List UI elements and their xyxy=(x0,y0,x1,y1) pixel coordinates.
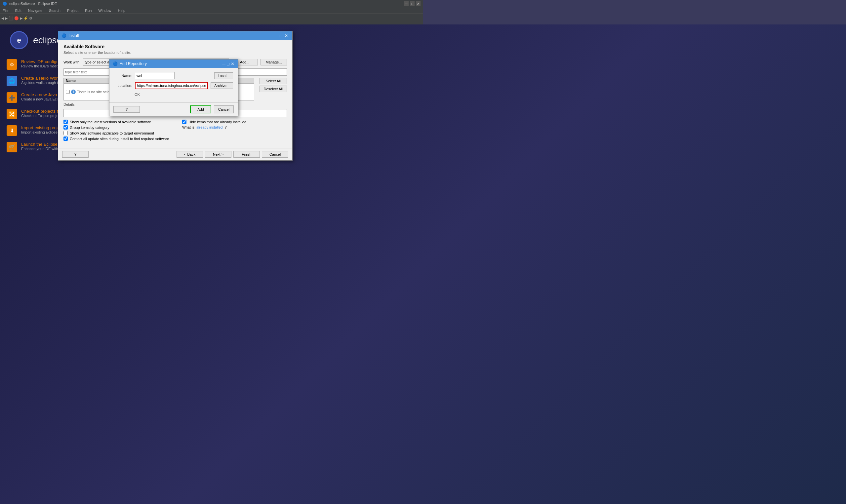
option-applicable-label: Show only software applicable to target … xyxy=(70,131,154,135)
menu-help[interactable]: Help xyxy=(117,8,127,13)
work-with-label: Work with: xyxy=(64,60,80,64)
menu-project[interactable]: Project xyxy=(66,8,80,13)
info-icon: i xyxy=(71,90,76,94)
add-repo-bottom: ? Add Cancel xyxy=(109,103,238,116)
install-dialog-controls[interactable]: ─ □ ✕ xyxy=(272,33,289,38)
add-repository-dialog: 🔵 Add Repository ─ □ ✕ Name: Local... Lo… xyxy=(109,59,238,116)
add-repo-maximize[interactable]: □ xyxy=(227,61,230,67)
already-installed-row: What is already installed ? xyxy=(182,125,246,129)
menu-file[interactable]: File xyxy=(1,8,10,13)
location-label: Location: xyxy=(114,84,132,88)
install-dialog-title-bar: 🔵 Install ─ □ ✕ xyxy=(58,31,292,40)
dialog-overlay: 🔵 Install ─ □ ✕ Available Software Selec… xyxy=(0,24,423,252)
option-hide-installed-label: Hide items that are already installed xyxy=(188,120,246,124)
add-repo-cancel-button[interactable]: Cancel xyxy=(214,105,234,113)
add-repo-title-label: Add Repository xyxy=(120,61,147,66)
menu-edit[interactable]: Edit xyxy=(14,8,23,13)
help-button[interactable]: ? xyxy=(62,151,89,158)
available-software-subtitle: Select a site or enter the location of a… xyxy=(64,51,287,55)
add-repo-minimize[interactable]: ─ xyxy=(222,61,225,67)
location-input[interactable] xyxy=(135,82,208,89)
what-is-label: What is xyxy=(182,125,194,129)
option-group: Group items by category xyxy=(64,125,169,129)
name-label: Name: xyxy=(114,74,132,78)
add-repo-help-button[interactable]: ? xyxy=(113,106,140,113)
cancel-button[interactable]: Cancel xyxy=(262,151,288,158)
add-repo-action-buttons: Add Cancel xyxy=(190,105,234,113)
menu-run[interactable]: Run xyxy=(84,8,93,13)
next-button[interactable]: Next > xyxy=(205,151,231,158)
install-minimize-button[interactable]: ─ xyxy=(272,33,277,38)
back-button[interactable]: < Back xyxy=(177,151,203,158)
close-button[interactable]: ✕ xyxy=(416,1,420,6)
option-latest-checkbox[interactable] xyxy=(64,120,68,124)
install-maximize-button[interactable]: □ xyxy=(278,33,282,38)
select-all-button[interactable]: Select All xyxy=(259,78,287,84)
install-dialog-header: Available Software Select a site or ente… xyxy=(64,44,287,55)
toolbar: ◀ ▶ ⬛ 🔴 ▶ ⚡ ⚙ xyxy=(0,14,423,23)
add-repo-content: Name: Local... Location: Archive... OK xyxy=(109,68,238,103)
add-repo-controls[interactable]: ─ □ ✕ xyxy=(222,61,234,67)
app-icon: 🔵 xyxy=(3,2,7,6)
tree-checkbox[interactable] xyxy=(66,90,70,94)
option-contact: Contact all update sites during install … xyxy=(64,137,169,141)
right-buttons: Select All Deselect All xyxy=(259,78,287,101)
menu-bar: File Edit Navigate Search Project Run Wi… xyxy=(0,7,423,14)
menu-navigate[interactable]: Navigate xyxy=(27,8,43,13)
option-contact-checkbox[interactable] xyxy=(64,137,68,141)
name-field-row: Name: Local... xyxy=(114,72,233,79)
option-latest-label: Show only the latest versions of availab… xyxy=(70,120,151,124)
option-group-label: Group items by category xyxy=(70,126,109,129)
install-close-button[interactable]: ✕ xyxy=(284,33,289,38)
window-controls[interactable]: ─ □ ✕ xyxy=(404,1,420,6)
finish-button[interactable]: Finish xyxy=(233,151,260,158)
install-dialog-icon: 🔵 xyxy=(61,33,67,38)
deselect-all-button[interactable]: Deselect All xyxy=(259,86,287,92)
options-area: Show only the latest versions of availab… xyxy=(64,120,287,142)
add-repo-title-bar: 🔵 Add Repository ─ □ ✕ xyxy=(109,59,238,68)
option-hide-installed: Hide items that are already installed xyxy=(182,120,246,124)
minimize-button[interactable]: ─ xyxy=(404,1,409,6)
menu-window[interactable]: Window xyxy=(97,8,112,13)
already-installed-link[interactable]: already installed xyxy=(196,125,223,129)
maximize-button[interactable]: □ xyxy=(410,1,415,6)
ok-row: OK xyxy=(114,92,233,98)
option-latest: Show only the latest versions of availab… xyxy=(64,120,169,124)
local-button[interactable]: Local... xyxy=(214,72,233,79)
install-dialog-title: Install xyxy=(68,33,79,38)
add-repo-close[interactable]: ✕ xyxy=(231,61,234,67)
ok-label: OK xyxy=(134,92,140,96)
install-dialog-bottom: ? < Back Next > Finish Cancel xyxy=(58,148,292,160)
title-bar: 🔵 eclipseSoftware - Eclipse IDE ─ □ ✕ xyxy=(0,0,423,7)
menu-search[interactable]: Search xyxy=(48,8,62,13)
option-hide-installed-checkbox[interactable] xyxy=(182,120,186,124)
option-group-checkbox[interactable] xyxy=(64,125,68,129)
manage-button[interactable]: Manage... xyxy=(260,59,287,66)
nav-buttons: < Back Next > Finish Cancel xyxy=(177,151,288,158)
add-repo-icon: 🔵 xyxy=(113,61,118,66)
add-repo-add-button[interactable]: Add xyxy=(190,105,211,113)
location-field-row: Location: Archive... xyxy=(114,82,233,89)
option-applicable-checkbox[interactable] xyxy=(64,131,68,135)
option-contact-label: Contact all update sites during install … xyxy=(70,137,169,141)
archive-button[interactable]: Archive... xyxy=(211,82,233,89)
question-mark: ? xyxy=(224,125,227,129)
available-software-title: Available Software xyxy=(64,44,287,49)
name-input[interactable] xyxy=(135,72,175,79)
app-title: eclipseSoftware - Eclipse IDE xyxy=(9,2,57,6)
option-applicable: Show only software applicable to target … xyxy=(64,131,169,135)
